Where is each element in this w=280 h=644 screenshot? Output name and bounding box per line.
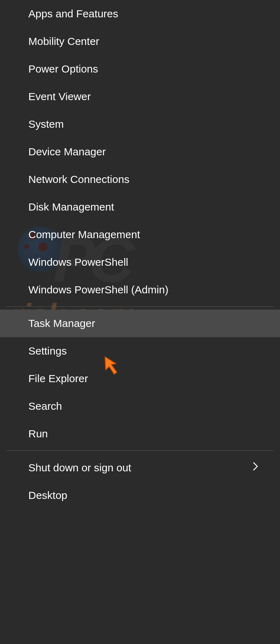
menu-separator bbox=[6, 450, 274, 451]
menu-item-label: Apps and Features bbox=[28, 8, 118, 20]
menu-item-label: Power Options bbox=[28, 63, 98, 75]
winx-power-user-menu: Apps and FeaturesMobility CenterPower Op… bbox=[0, 0, 280, 509]
menu-item-label: Search bbox=[28, 400, 62, 412]
menu-item-file-explorer[interactable]: File Explorer bbox=[0, 365, 280, 392]
menu-item-power-options[interactable]: Power Options bbox=[0, 55, 280, 83]
menu-item-label: Computer Management bbox=[28, 229, 140, 241]
menu-separator bbox=[6, 306, 274, 307]
menu-item-desktop[interactable]: Desktop bbox=[0, 482, 280, 509]
menu-item-search[interactable]: Search bbox=[0, 392, 280, 420]
menu-item-label: Task Manager bbox=[28, 317, 95, 329]
menu-item-windows-powershell-admin[interactable]: Windows PowerShell (Admin) bbox=[0, 276, 280, 304]
menu-item-disk-management[interactable]: Disk Management bbox=[0, 193, 280, 221]
menu-item-windows-powershell[interactable]: Windows PowerShell bbox=[0, 248, 280, 276]
menu-item-computer-management[interactable]: Computer Management bbox=[0, 221, 280, 248]
menu-item-system[interactable]: System bbox=[0, 110, 280, 138]
menu-item-settings[interactable]: Settings bbox=[0, 337, 280, 365]
menu-item-apps-and-features[interactable]: Apps and Features bbox=[0, 0, 280, 28]
menu-item-label: Mobility Center bbox=[28, 35, 99, 47]
menu-item-label: Windows PowerShell (Admin) bbox=[28, 284, 168, 296]
menu-item-label: Device Manager bbox=[28, 146, 106, 158]
menu-item-label: Settings bbox=[28, 345, 67, 357]
menu-item-label: Event Viewer bbox=[28, 91, 91, 103]
menu-item-run[interactable]: Run bbox=[0, 420, 280, 448]
menu-item-label: Network Connections bbox=[28, 173, 129, 185]
menu-item-label: Run bbox=[28, 428, 48, 440]
menu-item-shut-down-or-sign-out[interactable]: Shut down or sign out bbox=[0, 454, 280, 482]
menu-item-mobility-center[interactable]: Mobility Center bbox=[0, 28, 280, 55]
menu-item-label: File Explorer bbox=[28, 373, 88, 385]
chevron-right-icon bbox=[252, 461, 259, 474]
menu-item-task-manager[interactable]: Task Manager bbox=[0, 310, 280, 337]
menu-item-device-manager[interactable]: Device Manager bbox=[0, 138, 280, 166]
menu-item-label: Windows PowerShell bbox=[28, 256, 128, 268]
menu-item-label: Disk Management bbox=[28, 201, 114, 213]
menu-item-event-viewer[interactable]: Event Viewer bbox=[0, 83, 280, 110]
menu-item-label: Shut down or sign out bbox=[28, 462, 131, 474]
menu-item-network-connections[interactable]: Network Connections bbox=[0, 166, 280, 193]
menu-item-label: Desktop bbox=[28, 489, 67, 501]
menu-item-label: System bbox=[28, 118, 64, 130]
